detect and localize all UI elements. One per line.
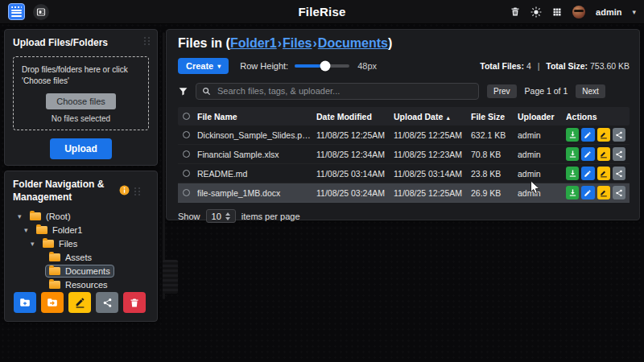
folder-icon xyxy=(49,267,60,275)
apps-grid-icon[interactable] xyxy=(552,7,562,17)
folder-tree-item[interactable]: ▾ (Root) xyxy=(13,209,149,223)
folder-icon xyxy=(43,240,54,248)
share-button[interactable] xyxy=(613,128,625,142)
username[interactable]: admin xyxy=(596,7,621,17)
row-checkbox[interactable] xyxy=(183,150,190,158)
items-per-page-select[interactable]: 10 xyxy=(206,209,236,223)
share-button[interactable] xyxy=(613,147,625,161)
theme-sun-icon[interactable] xyxy=(530,6,542,18)
folder-tree-item[interactable]: ▾ Files xyxy=(13,237,149,250)
create-button[interactable]: Create ▾ xyxy=(178,58,229,74)
rename-pencil-icon xyxy=(600,150,608,158)
filter-funnel-icon[interactable] xyxy=(178,86,188,97)
filerise-logo-icon[interactable] xyxy=(8,3,25,20)
edit-button[interactable] xyxy=(581,186,594,200)
select-all-checkbox[interactable] xyxy=(183,113,190,120)
table-row[interactable]: file-sample_1MB.docx 11/08/25 03:24AM 11… xyxy=(178,183,630,203)
column-header-actions: Actions xyxy=(566,112,629,121)
edit-button[interactable] xyxy=(581,128,594,142)
share-button[interactable] xyxy=(613,167,625,180)
edit-button[interactable] xyxy=(581,167,594,180)
drag-handle-icon[interactable] xyxy=(134,187,141,195)
caret-down-icon[interactable]: ▾ xyxy=(31,240,39,248)
pencil-icon xyxy=(584,131,592,139)
column-header-name[interactable]: File Name xyxy=(197,112,316,121)
page-status: Page 1 of 1 xyxy=(525,86,568,96)
folder-tree-item[interactable]: ▾ Assets xyxy=(13,250,149,264)
download-button[interactable] xyxy=(566,167,579,180)
delete-folder-button[interactable] xyxy=(123,292,146,313)
upload-button[interactable]: Upload xyxy=(50,138,112,159)
upload-panel-title: Upload Files/Folders xyxy=(13,37,149,50)
table-row[interactable]: Financial Sample.xlsx 11/08/25 12:34AM 1… xyxy=(178,145,630,164)
rename-button[interactable] xyxy=(597,186,610,200)
info-icon[interactable] xyxy=(119,184,130,199)
breadcrumb-documents[interactable]: Documents xyxy=(318,36,388,50)
filerise-app: FileRise admin ▾ Upload Files/Folders Dr… xyxy=(0,0,644,362)
scrollbar-thumb[interactable] xyxy=(163,260,178,294)
column-header-size[interactable]: File Size xyxy=(471,112,518,121)
rename-folder-button[interactable] xyxy=(68,292,91,313)
file-name[interactable]: Dickinson_Sample_Slides.pptx xyxy=(197,130,316,140)
folder-tree-item[interactable]: ▾ Documents xyxy=(13,264,149,278)
rename-button[interactable] xyxy=(597,147,610,161)
file-table: File Name Date Modified Upload Date▲ Fil… xyxy=(178,107,630,203)
download-button[interactable] xyxy=(566,147,579,161)
next-page-button[interactable]: Next xyxy=(576,84,605,98)
column-header-uploader[interactable]: Uploader xyxy=(518,112,566,121)
search-box xyxy=(196,83,479,100)
caret-down-icon[interactable]: ▾ xyxy=(18,212,26,220)
folder-tree-item[interactable]: ▾ Resources xyxy=(13,278,149,291)
column-header-uploaded[interactable]: Upload Date▲ xyxy=(394,112,471,121)
row-checkbox[interactable] xyxy=(183,189,190,196)
folder-icon xyxy=(30,212,41,220)
folder-move-icon xyxy=(47,297,58,308)
file-name[interactable]: file-sample_1MB.docx xyxy=(197,188,316,198)
edit-button[interactable] xyxy=(581,147,594,161)
move-folder-button[interactable] xyxy=(41,292,64,313)
folder-tree-item[interactable]: ▾ Folder1 xyxy=(13,223,149,237)
folder-plus-icon xyxy=(19,297,31,308)
rename-button[interactable] xyxy=(597,128,610,142)
folder-icon xyxy=(36,226,47,234)
search-input[interactable] xyxy=(216,85,473,97)
file-table-body: Dickinson_Sample_Slides.pptx 11/08/25 12… xyxy=(178,125,630,203)
drag-handle-icon[interactable] xyxy=(144,37,151,45)
dropzone[interactable]: Drop files/folders here or click 'Choose… xyxy=(13,56,149,130)
view-mode-toggle-button[interactable] xyxy=(33,4,49,20)
download-button[interactable] xyxy=(566,128,579,142)
rename-pencil-icon xyxy=(600,189,608,197)
items-per-page-label: items per page xyxy=(242,212,300,221)
table-row[interactable]: README.md 11/08/25 03:14AM 11/08/25 03:1… xyxy=(178,164,630,183)
chevron-down-icon[interactable]: ▾ xyxy=(632,8,636,16)
breadcrumb-folder1[interactable]: Folder1 xyxy=(230,36,277,50)
rename-pencil-icon xyxy=(600,170,608,178)
caret-down-icon[interactable]: ▾ xyxy=(24,226,32,234)
download-icon xyxy=(568,188,577,197)
rename-button[interactable] xyxy=(597,167,610,180)
prev-page-button[interactable]: Prev xyxy=(487,84,517,98)
search-row: Prev Page 1 of 1 Next xyxy=(178,82,630,100)
share-folder-button[interactable] xyxy=(96,292,118,313)
create-folder-button[interactable] xyxy=(14,292,36,313)
row-height-slider[interactable] xyxy=(295,64,349,68)
date-modified: 11/08/25 12:25AM xyxy=(316,130,394,140)
slider-thumb[interactable] xyxy=(320,61,330,72)
files-heading: Files in (Folder1›Files›Documents) xyxy=(178,36,630,51)
folder-icon xyxy=(49,253,60,261)
breadcrumb-files[interactable]: Files xyxy=(283,36,312,50)
column-header-modified[interactable]: Date Modified xyxy=(316,112,394,121)
table-row[interactable]: Dickinson_Sample_Slides.pptx 11/08/25 12… xyxy=(178,125,630,145)
trash-icon[interactable] xyxy=(510,6,520,17)
share-icon xyxy=(615,189,623,197)
row-checkbox[interactable] xyxy=(183,170,190,177)
download-button[interactable] xyxy=(566,186,579,200)
row-checkbox[interactable] xyxy=(183,131,190,138)
choose-files-button[interactable]: Choose files xyxy=(46,93,116,109)
file-name[interactable]: Financial Sample.xlsx xyxy=(197,150,316,159)
table-footer: Show 10 items per page xyxy=(178,209,630,223)
share-icon xyxy=(102,298,113,308)
avatar[interactable] xyxy=(572,6,585,19)
file-name[interactable]: README.md xyxy=(197,169,316,179)
share-button[interactable] xyxy=(613,186,625,200)
